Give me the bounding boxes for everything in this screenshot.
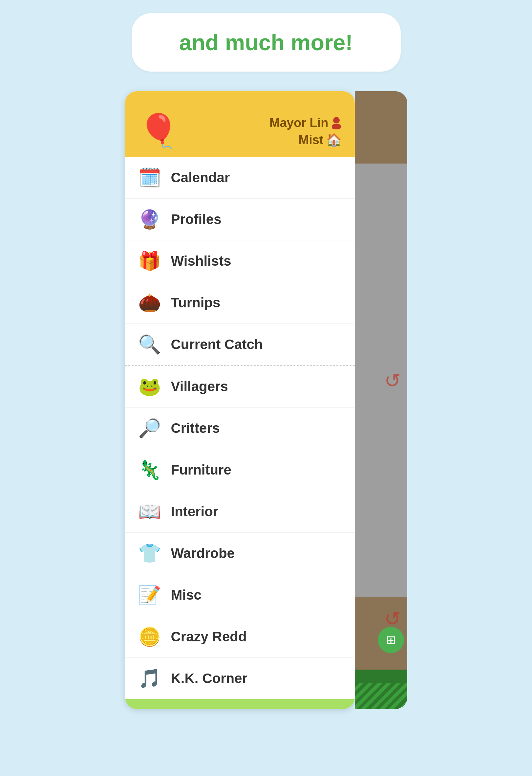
misc-icon: 📝 [138,584,161,607]
menu-item-current-catch[interactable]: 🔍Current Catch [125,324,355,366]
menu-item-critters[interactable]: 🔎Critters [125,408,355,449]
right-panel: ↺ ↺ ⊞ [355,91,407,709]
menu-item-crazy-redd[interactable]: 🪙Crazy Redd [125,616,355,658]
critters-icon: 🔎 [138,417,161,440]
town-info: Mist 🏠 [299,133,342,147]
furniture-label: Furniture [171,462,231,478]
triangle-pattern [355,683,407,709]
menu-item-furniture[interactable]: 🦎Furniture [125,449,355,491]
svg-rect-1 [332,124,341,129]
menu-item-turnips[interactable]: 🌰Turnips [125,282,355,324]
menu-item-kk-corner[interactable]: 🎵K.K. Corner [125,658,355,699]
menu-item-wishlists[interactable]: 🎁Wishlists [125,240,355,282]
menu-header: 🎈 Mayor Lin Mist 🏠 [125,91,355,157]
wishlists-label: Wishlists [171,253,231,269]
menu-card: 🎈 Mayor Lin Mist 🏠 🗓️Calendar🔮Profiles🎁W… [125,91,355,709]
wishlists-icon: 🎁 [138,249,161,272]
menu-item-interior[interactable]: 📖Interior [125,491,355,533]
calendar-icon: 🗓️ [138,166,161,189]
villagers-icon: 🐸 [138,375,161,398]
interior-icon: 📖 [138,500,161,523]
menu-item-calendar[interactable]: 🗓️Calendar [125,157,355,199]
kk-corner-icon: 🎵 [138,667,161,690]
menu-item-villagers[interactable]: 🐸Villagers [125,366,355,408]
critters-label: Critters [171,420,220,436]
current-catch-icon: 🔍 [138,333,161,356]
menu-item-misc[interactable]: 📝Misc [125,574,355,616]
svg-point-0 [333,117,340,124]
bottom-bar [125,699,355,709]
crazy-redd-icon: 🪙 [138,625,161,648]
calendar-label: Calendar [171,170,230,186]
menu-list: 🗓️Calendar🔮Profiles🎁Wishlists🌰Turnips🔍Cu… [125,157,355,699]
right-footer [355,669,407,709]
mayor-label: Mayor Lin [269,116,328,130]
wardrobe-label: Wardrobe [171,546,235,561]
speech-bubble: and much more! [131,13,401,71]
turnips-label: Turnips [171,295,221,311]
profiles-icon: 🔮 [138,208,161,231]
wardrobe-icon: 👕 [138,542,161,565]
interior-label: Interior [171,504,219,520]
misc-label: Misc [171,587,202,603]
right-top [355,91,407,164]
profiles-label: Profiles [171,211,222,227]
kk-corner-label: K.K. Corner [171,670,247,687]
bubble-text: and much more! [179,30,353,55]
refresh-icon-top[interactable]: ↺ [384,369,401,392]
menu-item-profiles[interactable]: 🔮Profiles [125,199,355,240]
right-bottom: ↺ ⊞ [355,597,407,669]
furniture-icon: 🦎 [138,458,161,481]
menu-container: 🎈 Mayor Lin Mist 🏠 🗓️Calendar🔮Profiles🎁W… [125,91,407,709]
mayor-info: Mayor Lin [269,116,341,130]
town-label: Mist [299,133,324,147]
person-icon [331,117,342,129]
menu-item-wardrobe[interactable]: 👕Wardrobe [125,533,355,574]
header-info: Mayor Lin Mist 🏠 [269,116,341,147]
right-mid: ↺ [355,164,407,597]
grid-button[interactable]: ⊞ [378,627,404,653]
balloon-icon: 🎈 [138,114,179,147]
villagers-label: Villagers [171,379,228,394]
turnips-icon: 🌰 [138,291,161,314]
crazy-redd-label: Crazy Redd [171,629,247,645]
current-catch-label: Current Catch [171,337,263,352]
house-icon: 🏠 [326,133,342,147]
